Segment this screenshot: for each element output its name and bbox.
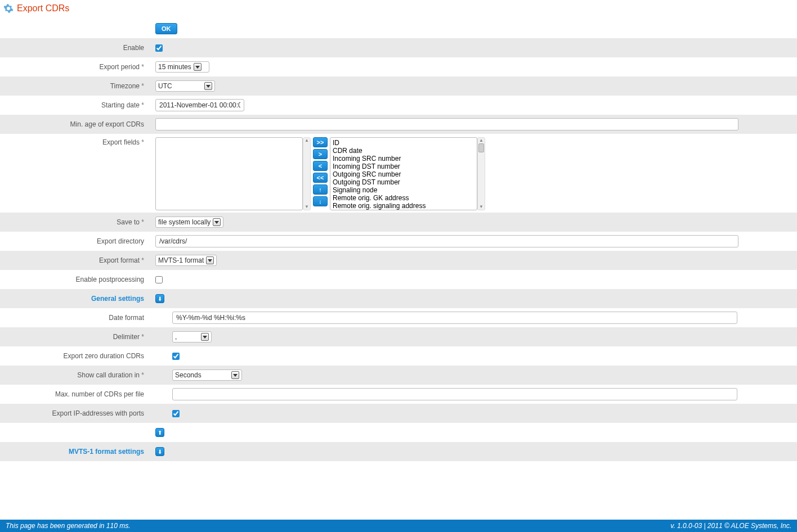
row-export-zero: Export zero duration CDRs	[0, 346, 797, 366]
label-export-format: Export format	[0, 256, 151, 264]
chevron-down-icon	[206, 256, 214, 264]
list-item[interactable]: Incoming DST number	[333, 163, 474, 170]
export-format-select[interactable]: MVTS-1 format	[155, 255, 217, 266]
scroll-down-icon: ▼	[479, 204, 483, 210]
row-show-call-duration: Show call duration in Seconds	[0, 366, 797, 385]
export-period-value: 15 minutes	[158, 63, 191, 71]
row-export-period: Export period 15 minutes	[0, 57, 797, 76]
row-collapse-general: ⬆	[0, 423, 797, 442]
selected-fields-panel: ▲ ▼	[155, 137, 311, 210]
show-call-duration-select[interactable]: Seconds	[172, 369, 242, 381]
min-age-input[interactable]	[155, 118, 738, 130]
label-save-to: Save to	[0, 218, 151, 226]
action-row: OK	[0, 19, 797, 38]
list-item[interactable]: Remote orig. signaling address	[333, 202, 474, 210]
list-item[interactable]: Signaling node	[333, 186, 474, 194]
label-show-call-duration: Show call duration in	[0, 371, 151, 379]
section-mvts1-settings: MVTS-1 format settings	[0, 448, 151, 456]
scroll-up-icon: ▲	[305, 138, 309, 143]
label-starting-date: Starting date	[0, 101, 151, 109]
gear-icon	[3, 3, 14, 13]
timezone-value: UTC	[158, 82, 202, 90]
selected-fields-list[interactable]	[155, 137, 303, 210]
row-starting-date: Starting date	[0, 96, 797, 115]
row-mvts1-settings: MVTS-1 format settings ⬇	[0, 442, 797, 461]
move-all-right-button[interactable]: >>	[313, 137, 328, 147]
delimiter-value: ,	[175, 333, 199, 341]
save-to-value: file system locally	[158, 218, 211, 226]
enable-postprocessing-checkbox[interactable]	[155, 276, 163, 283]
delimiter-select[interactable]: ,	[172, 331, 212, 342]
scroll-up-icon: ▲	[479, 138, 483, 143]
row-timezone: Timezone UTC	[0, 76, 797, 96]
label-min-age: Min. age of export CDRs	[0, 120, 151, 128]
row-export-ip-ports: Export IP-addresses with ports	[0, 404, 797, 423]
scrollbar[interactable]: ▲ ▼	[303, 137, 311, 210]
scroll-down-icon: ▼	[305, 204, 309, 210]
chevron-down-icon	[204, 82, 212, 90]
row-general-settings: General settings ⬇	[0, 289, 797, 308]
list-item[interactable]: CDR date	[333, 147, 474, 155]
dual-list: ▲ ▼ >> > < << ↑ ↓ ID CDR date Incoming S…	[155, 137, 485, 210]
label-enable: Enable	[0, 44, 151, 52]
save-to-select[interactable]: file system locally	[155, 217, 223, 228]
label-enable-postprocessing: Enable postprocessing	[0, 276, 151, 283]
export-period-select[interactable]: 15 minutes	[155, 61, 209, 73]
date-format-input[interactable]	[172, 312, 737, 324]
page-header: Export CDRs	[0, 0, 797, 19]
row-delimiter: Delimiter ,	[0, 327, 797, 346]
row-save-to: Save to file system locally	[0, 213, 797, 232]
available-fields-panel: ID CDR date Incoming SRC number Incoming…	[330, 137, 485, 210]
list-item[interactable]: Remote orig. GK address	[333, 194, 474, 202]
row-export-fields: Export fields ▲ ▼ >> > < << ↑ ↓	[0, 134, 797, 213]
list-item[interactable]: Remote term. signaling address	[333, 210, 474, 210]
expand-down-icon[interactable]: ⬇	[155, 447, 164, 456]
available-fields-list[interactable]: ID CDR date Incoming SRC number Incoming…	[330, 137, 477, 210]
row-enable-postprocessing: Enable postprocessing	[0, 270, 797, 289]
show-call-duration-value: Seconds	[175, 371, 229, 379]
row-min-age: Min. age of export CDRs	[0, 115, 797, 134]
move-up-button[interactable]: ↑	[313, 184, 328, 195]
ok-button[interactable]: OK	[155, 23, 177, 34]
label-export-ip-ports: Export IP-addresses with ports	[0, 409, 151, 417]
page-title: Export CDRs	[17, 3, 69, 13]
row-max-per-file: Max. number of CDRs per file	[0, 385, 797, 404]
scroll-thumb[interactable]	[478, 143, 484, 152]
list-item[interactable]: ID	[333, 139, 474, 147]
export-ip-ports-checkbox[interactable]	[172, 410, 180, 417]
export-directory-input[interactable]	[155, 235, 738, 247]
label-max-per-file: Max. number of CDRs per file	[0, 390, 151, 398]
section-general-settings: General settings	[0, 295, 151, 303]
starting-date-input[interactable]	[155, 99, 244, 111]
export-zero-checkbox[interactable]	[172, 353, 180, 360]
row-export-directory: Export directory	[0, 232, 797, 251]
move-right-button[interactable]: >	[313, 149, 328, 159]
row-export-format: Export format MVTS-1 format	[0, 251, 797, 270]
enable-checkbox[interactable]	[155, 44, 163, 52]
move-all-left-button[interactable]: <<	[313, 173, 328, 183]
list-item[interactable]: Outgoing DST number	[333, 178, 474, 186]
scrollbar[interactable]: ▲ ▼	[477, 137, 485, 210]
collapse-up-icon[interactable]: ⬆	[155, 428, 164, 437]
row-enable: Enable	[0, 38, 797, 57]
chevron-down-icon	[194, 63, 202, 71]
move-down-button[interactable]: ↓	[313, 196, 328, 206]
move-left-button[interactable]: <	[313, 161, 328, 171]
label-timezone: Timezone	[0, 82, 151, 90]
list-item[interactable]: Outgoing SRC number	[333, 170, 474, 178]
label-export-period: Export period	[0, 63, 151, 71]
row-date-format: Date format	[0, 308, 797, 327]
label-export-fields: Export fields	[0, 137, 151, 146]
chevron-down-icon	[213, 218, 221, 226]
transfer-buttons: >> > < << ↑ ↓	[313, 137, 328, 210]
max-per-file-input[interactable]	[172, 388, 737, 400]
label-export-directory: Export directory	[0, 237, 151, 245]
label-delimiter: Delimiter	[0, 333, 151, 341]
collapse-down-icon[interactable]: ⬇	[155, 294, 164, 303]
chevron-down-icon	[201, 333, 209, 341]
label-date-format: Date format	[0, 314, 151, 322]
label-export-zero: Export zero duration CDRs	[0, 352, 151, 360]
list-item[interactable]: Incoming SRC number	[333, 155, 474, 163]
timezone-select[interactable]: UTC	[155, 80, 215, 92]
export-format-value: MVTS-1 format	[158, 256, 204, 264]
